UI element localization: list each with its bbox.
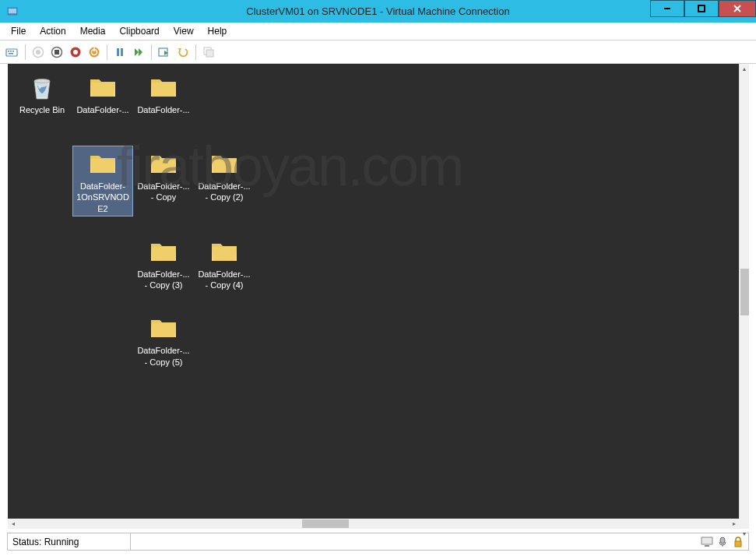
svg-rect-6	[6, 49, 17, 56]
revert-button[interactable]	[174, 43, 192, 62]
folder-3[interactable]: DataFolder-1OnSRVNODE2	[73, 146, 132, 216]
svg-marker-23	[139, 48, 142, 56]
svg-rect-7	[8, 51, 9, 52]
menu-help[interactable]: Help	[202, 24, 234, 38]
menu-file[interactable]: File	[5, 24, 32, 38]
scroll-down-icon[interactable]: ▾	[740, 529, 749, 539]
scroll-up-icon[interactable]: ▴	[740, 64, 749, 74]
ctrl-alt-del-button[interactable]	[3, 43, 22, 62]
svg-rect-28	[206, 50, 213, 57]
folder-6[interactable]: DataFolder-... - Copy (3)	[134, 234, 193, 293]
svg-point-33	[720, 537, 725, 544]
recycle-bin[interactable]: Recycle Bin	[12, 70, 72, 128]
svg-rect-21	[121, 48, 123, 56]
horizontal-scrollbar[interactable]: ◂ ▸	[8, 519, 739, 529]
svg-point-16	[73, 50, 78, 55]
svg-rect-20	[117, 48, 119, 56]
icon-label: Recycle Bin	[14, 104, 70, 126]
scroll-thumb[interactable]	[302, 519, 349, 528]
svg-point-12	[36, 50, 40, 55]
folder-7[interactable]: DataFolder-... - Copy (4)	[195, 234, 254, 293]
title-bar: ClusterVM01 on SRVNODE1 - Virtual Machin…	[0, 0, 756, 23]
svg-rect-31	[701, 537, 712, 544]
desktop-icons: Recycle BinDataFolder-...DataFolder-...D…	[8, 64, 739, 382]
app-icon	[6, 5, 19, 18]
pause-button[interactable]	[111, 43, 129, 62]
status-text: Status: Running	[8, 537, 83, 547]
svg-rect-8	[10, 51, 12, 52]
icon-label: DataFolder-... - Copy (5)	[135, 345, 192, 368]
vm-desktop[interactable]: firatboyan.com Recycle BinDataFolder-...…	[8, 64, 739, 519]
scroll-left-icon[interactable]: ◂	[8, 519, 18, 529]
icon-label: DataFolder-...	[135, 104, 192, 126]
menu-bar: File Action Media Clipboard View Help	[0, 23, 756, 40]
folder-icon	[148, 236, 179, 267]
folder-1[interactable]: DataFolder-...	[73, 70, 132, 128]
folder-icon	[87, 72, 118, 103]
close-button[interactable]	[719, 0, 756, 17]
maximize-button[interactable]	[684, 0, 719, 17]
svg-rect-35	[735, 541, 741, 547]
shutdown-button[interactable]	[66, 43, 85, 62]
microphone-icon	[716, 535, 730, 549]
icon-label: DataFolder-... - Copy (3)	[135, 269, 192, 291]
svg-point-29	[34, 79, 50, 83]
recycle-bin-icon	[26, 72, 58, 103]
scroll-thumb[interactable]	[740, 269, 749, 315]
scroll-corner	[739, 519, 749, 529]
menu-view[interactable]: View	[167, 24, 200, 38]
folder-icon	[209, 148, 240, 179]
folder-5[interactable]: DataFolder-... - Copy (2)	[195, 146, 254, 216]
status-bar: Status: Running	[7, 533, 749, 551]
share-button[interactable]	[199, 43, 218, 62]
minimize-button[interactable]	[650, 0, 684, 17]
checkpoint-button[interactable]	[155, 43, 174, 62]
scroll-right-icon[interactable]: ▸	[729, 519, 739, 529]
save-button[interactable]	[85, 43, 104, 62]
reset-button[interactable]	[129, 43, 148, 62]
tool-bar	[0, 40, 756, 64]
menu-clipboard[interactable]: Clipboard	[113, 24, 165, 38]
menu-action[interactable]: Action	[33, 24, 72, 38]
svg-rect-14	[55, 50, 59, 55]
svg-rect-1	[9, 9, 16, 13]
menu-media[interactable]: Media	[74, 24, 112, 38]
folder-8[interactable]: DataFolder-... - Copy (5)	[134, 311, 193, 369]
folder-icon	[87, 148, 118, 179]
svg-marker-22	[135, 48, 139, 56]
vertical-scrollbar[interactable]: ▴ ▾	[739, 64, 749, 519]
window-title: ClusterVM01 on SRVNODE1 - Virtual Machin…	[246, 5, 509, 17]
svg-point-30	[38, 86, 41, 89]
turn-off-button[interactable]	[47, 43, 66, 62]
start-button[interactable]	[29, 43, 47, 62]
folder-icon	[148, 148, 179, 179]
svg-rect-10	[9, 53, 13, 55]
folder-2[interactable]: DataFolder-...	[134, 70, 193, 128]
icon-label: DataFolder-1OnSRVNODE2	[75, 181, 131, 214]
icon-label: DataFolder-... - Copy (2)	[196, 181, 252, 203]
window-controls	[650, 0, 756, 23]
folder-4[interactable]: DataFolder-... - Copy	[134, 146, 193, 216]
folder-icon	[148, 312, 179, 343]
folder-icon	[209, 236, 240, 267]
display-icon	[700, 535, 714, 549]
folder-icon	[148, 72, 179, 103]
svg-rect-9	[12, 51, 14, 52]
icon-label: DataFolder-...	[75, 104, 131, 126]
svg-marker-26	[178, 48, 181, 51]
svg-rect-3	[698, 5, 705, 12]
icon-label: DataFolder-... - Copy	[135, 181, 192, 203]
svg-rect-32	[705, 545, 709, 547]
vm-area: firatboyan.com Recycle BinDataFolder-...…	[0, 64, 756, 533]
icon-label: DataFolder-... - Copy (4)	[196, 269, 252, 291]
